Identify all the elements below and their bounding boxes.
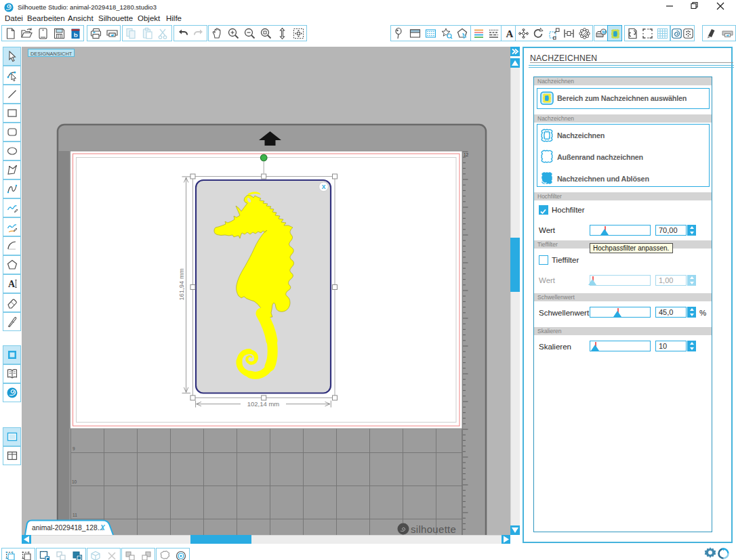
svg-text:A: A	[506, 28, 513, 39]
svg-text:11: 11	[73, 513, 77, 517]
svg-text:silhouette: silhouette	[411, 523, 456, 535]
svg-text:9: 9	[73, 446, 75, 451]
svg-text:161,94 mm: 161,94 mm	[178, 268, 185, 301]
svg-text:102,14 mm: 102,14 mm	[247, 400, 280, 408]
svg-text:X: X	[322, 184, 326, 190]
svg-text:10: 10	[72, 479, 77, 484]
svg-text:A: A	[8, 279, 16, 289]
svg-text:X: X	[100, 524, 106, 532]
svg-text:M: M	[602, 29, 606, 34]
svg-text:animal-2029418_128...: animal-2029418_128...	[32, 524, 103, 532]
svg-text:12: 12	[464, 152, 469, 157]
